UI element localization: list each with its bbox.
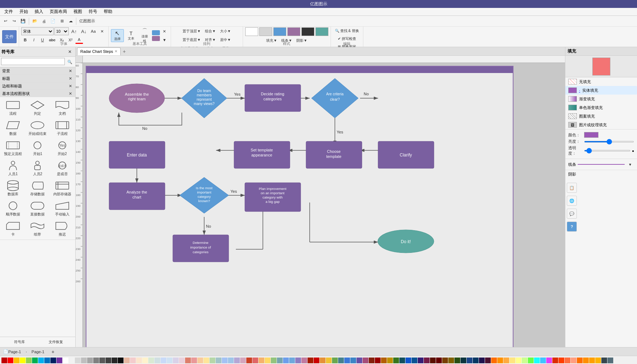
connect-tool-btn[interactable]: ⌒ 连接线 (138, 29, 151, 42)
palette-color-12[interactable] (75, 358, 81, 363)
palette-color-29[interactable] (179, 358, 185, 363)
menu-file[interactable]: 文件 (1, 8, 16, 15)
style-sample-3[interactable] (273, 27, 286, 36)
palette-color-92[interactable] (565, 358, 570, 363)
palette-color-74[interactable] (454, 358, 460, 363)
palette-color-8[interactable] (50, 358, 56, 363)
palette-color-47[interactable] (289, 358, 295, 363)
palette-color-82[interactable] (503, 358, 509, 363)
shape-item-start1[interactable]: 开始1 (26, 139, 49, 158)
palette-color-89[interactable] (546, 358, 552, 363)
palette-color-26[interactable] (161, 358, 166, 363)
font-size-select[interactable]: 10 (54, 27, 69, 35)
palette-color-62[interactable] (381, 358, 387, 363)
lib-section-flowchart-close[interactable]: ✕ (67, 91, 73, 96)
palette-color-33[interactable] (203, 358, 209, 363)
palette-color-51[interactable] (314, 358, 319, 363)
shape-item-subprocess[interactable]: 子流程 (51, 119, 74, 137)
font-family-select[interactable]: 宋体 (21, 27, 54, 35)
palette-color-13[interactable] (81, 358, 87, 363)
shape-btn1[interactable] (152, 30, 160, 35)
menu-view[interactable]: 视图 (71, 8, 85, 15)
palette-color-30[interactable] (185, 358, 191, 363)
palette-color-10[interactable] (63, 358, 68, 363)
palette-color-65[interactable] (399, 358, 405, 363)
shape-item-terminator[interactable]: 开始或结束 (26, 119, 49, 137)
group-btn[interactable]: 组合▼ (203, 27, 217, 35)
palette-color-54[interactable] (332, 358, 338, 363)
palette-color-98[interactable] (601, 358, 607, 363)
palette-color-7[interactable] (44, 358, 50, 363)
palette-color-9[interactable] (57, 358, 62, 363)
palette-color-21[interactable] (130, 358, 136, 363)
lib-section-background-header[interactable]: 背景 ✕ (0, 67, 75, 74)
shape-item-internal-storage[interactable]: 内部存储器 (51, 179, 74, 198)
shape-item-process[interactable]: 流程 (1, 99, 24, 117)
color-swatch[interactable] (584, 132, 598, 138)
bring-front-btn[interactable]: 置于顶层▼ (181, 27, 202, 35)
palette-color-45[interactable] (277, 358, 283, 363)
text-tool-btn[interactable]: T 文本 (125, 29, 138, 42)
palette-color-0[interactable] (1, 358, 7, 363)
font-grow-btn[interactable]: A↑ (69, 27, 78, 35)
menu-help[interactable]: 帮助 (101, 8, 115, 15)
line-edit-btn[interactable]: ▼ (626, 160, 634, 168)
palette-color-43[interactable] (265, 358, 270, 363)
palette-color-46[interactable] (283, 358, 289, 363)
menu-start[interactable]: 开始 (17, 8, 31, 15)
palette-color-83[interactable] (510, 358, 515, 363)
open-button[interactable]: 📂 (31, 17, 39, 25)
right-panel-icon3[interactable]: 💬 (567, 209, 577, 219)
shape-btn2[interactable] (152, 36, 160, 41)
palette-color-35[interactable] (216, 358, 221, 363)
palette-color-55[interactable] (338, 358, 344, 363)
palette-color-27[interactable] (167, 358, 172, 363)
palette-color-75[interactable] (461, 358, 466, 363)
palette-color-16[interactable] (99, 358, 105, 363)
palette-color-20[interactable] (124, 358, 130, 363)
palette-color-81[interactable] (497, 358, 503, 363)
palette-color-60[interactable] (369, 358, 374, 363)
menu-symbol[interactable]: 符号 (86, 8, 100, 15)
palette-color-32[interactable] (197, 358, 203, 363)
shape-item-start2[interactable]: Yes 开始2 (51, 139, 74, 158)
shape-item-direct-data[interactable]: 直接数据 (26, 199, 49, 218)
font-case-btn[interactable]: Aa (89, 27, 97, 35)
palette-color-73[interactable] (448, 358, 454, 363)
palette-color-17[interactable] (106, 358, 111, 363)
right-panel-icon1[interactable]: 📋 (567, 183, 577, 193)
shape-item-papertape[interactable]: 纸带 (26, 219, 49, 238)
shape-item-predefined[interactable]: 预定义流程 (1, 139, 24, 158)
palette-color-66[interactable] (405, 358, 411, 363)
select-tool-btn[interactable]: ↖ 选择 (111, 29, 124, 42)
right-panel-icon2[interactable]: 🌐 (567, 196, 577, 206)
palette-color-85[interactable] (522, 358, 528, 363)
palette-color-96[interactable] (589, 358, 595, 363)
menu-page-layout[interactable]: 页面布局 (47, 8, 70, 15)
size-btn[interactable]: 大小▼ (218, 27, 233, 35)
style-sample-2[interactable] (259, 27, 272, 36)
palette-color-15[interactable] (93, 358, 99, 363)
palette-color-93[interactable] (571, 358, 577, 363)
palette-color-5[interactable] (32, 358, 38, 363)
tab-add-button[interactable]: + (121, 49, 127, 54)
lib-section-background-close[interactable]: ✕ (67, 68, 73, 74)
palette-color-42[interactable] (259, 358, 264, 363)
symbol-search-input[interactable] (1, 58, 65, 65)
fill-option-pattern[interactable]: 图案填充 (565, 112, 637, 120)
shape-item-person1[interactable]: 人员1 (1, 159, 24, 178)
symbol-lib-footer-btn2[interactable]: 文件恢复 (38, 338, 75, 346)
palette-color-4[interactable] (26, 358, 32, 363)
file-menu-btn[interactable]: 文件 (2, 30, 17, 43)
menu-insert[interactable]: 插入 (32, 8, 46, 15)
palette-color-72[interactable] (442, 358, 448, 363)
palette-color-80[interactable] (491, 358, 497, 363)
style-sample-4[interactable] (287, 27, 300, 36)
shape-item-database[interactable]: 数据库 (1, 179, 24, 198)
fill-option-image[interactable]: 🖼 图片或纹理填充 (565, 120, 637, 129)
palette-color-25[interactable] (154, 358, 160, 363)
palette-color-23[interactable] (142, 358, 148, 363)
lib-section-border-header[interactable]: 边框和标题 ✕ (0, 82, 75, 90)
palette-color-88[interactable] (540, 358, 546, 363)
symbol-library-close[interactable]: ✕ (66, 48, 74, 56)
